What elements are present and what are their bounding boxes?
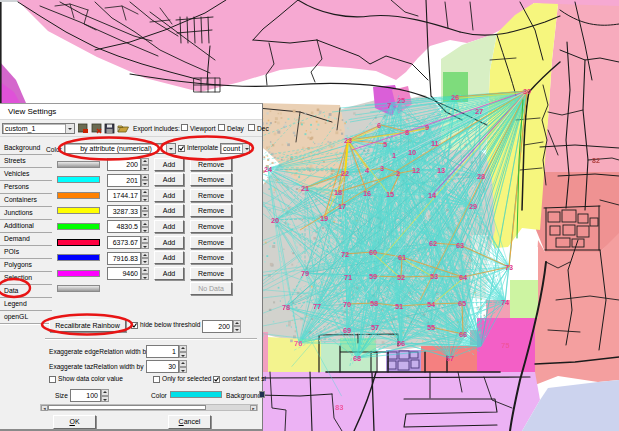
svg-text:10: 10 — [408, 148, 416, 157]
svg-text:27: 27 — [475, 107, 483, 116]
svg-text:14: 14 — [428, 191, 436, 200]
svg-text:1: 1 — [392, 151, 396, 160]
svg-text:26: 26 — [451, 93, 459, 102]
svg-text:13: 13 — [437, 166, 445, 175]
svg-text:68: 68 — [353, 354, 361, 363]
svg-text:21: 21 — [301, 184, 309, 193]
svg-text:83: 83 — [335, 403, 343, 412]
svg-text:30: 30 — [523, 87, 531, 96]
svg-text:2: 2 — [396, 169, 400, 178]
svg-text:15: 15 — [386, 190, 394, 199]
svg-text:53: 53 — [430, 272, 438, 281]
svg-text:62: 62 — [429, 239, 437, 248]
svg-text:60: 60 — [369, 248, 377, 257]
svg-text:25: 25 — [397, 96, 405, 105]
svg-text:64: 64 — [459, 273, 467, 282]
svg-text:79: 79 — [301, 269, 309, 278]
svg-text:3: 3 — [380, 164, 384, 173]
svg-text:63: 63 — [456, 241, 464, 250]
svg-text:59: 59 — [369, 272, 377, 281]
svg-text:9: 9 — [425, 123, 429, 132]
svg-text:57: 57 — [371, 323, 379, 332]
svg-text:24: 24 — [264, 165, 272, 174]
svg-text:11: 11 — [431, 139, 439, 148]
svg-text:19: 19 — [320, 214, 328, 223]
svg-text:8: 8 — [405, 128, 409, 137]
svg-text:29: 29 — [469, 202, 477, 211]
svg-text:12: 12 — [412, 166, 420, 175]
svg-text:22: 22 — [341, 169, 349, 178]
svg-text:66: 66 — [459, 330, 467, 339]
svg-text:17: 17 — [338, 202, 346, 211]
svg-text:70: 70 — [343, 300, 351, 309]
svg-text:4: 4 — [365, 166, 369, 175]
svg-text:69: 69 — [343, 326, 351, 335]
svg-text:74: 74 — [501, 298, 509, 307]
svg-text:18: 18 — [334, 188, 342, 197]
svg-text:20: 20 — [271, 216, 279, 225]
svg-text:71: 71 — [344, 273, 352, 282]
svg-text:76: 76 — [294, 339, 302, 348]
svg-text:82: 82 — [592, 157, 600, 164]
svg-text:5: 5 — [383, 140, 387, 149]
svg-text:55: 55 — [427, 323, 435, 332]
svg-text:56: 56 — [397, 339, 405, 348]
svg-text:61: 61 — [398, 253, 406, 262]
svg-text:77: 77 — [313, 302, 321, 311]
svg-text:52: 52 — [397, 273, 405, 282]
svg-text:51: 51 — [395, 302, 403, 311]
svg-text:65: 65 — [458, 299, 466, 308]
svg-text:23: 23 — [344, 136, 352, 145]
svg-text:28: 28 — [477, 172, 485, 181]
svg-text:54: 54 — [427, 300, 435, 309]
svg-text:73: 73 — [505, 263, 513, 272]
svg-text:78: 78 — [282, 303, 290, 312]
svg-text:58: 58 — [370, 299, 378, 308]
svg-text:6: 6 — [377, 121, 381, 130]
svg-text:16: 16 — [363, 189, 371, 198]
svg-text:75: 75 — [501, 341, 509, 350]
svg-text:72: 72 — [341, 250, 349, 259]
svg-text:67: 67 — [446, 354, 454, 363]
svg-text:7: 7 — [387, 101, 391, 110]
